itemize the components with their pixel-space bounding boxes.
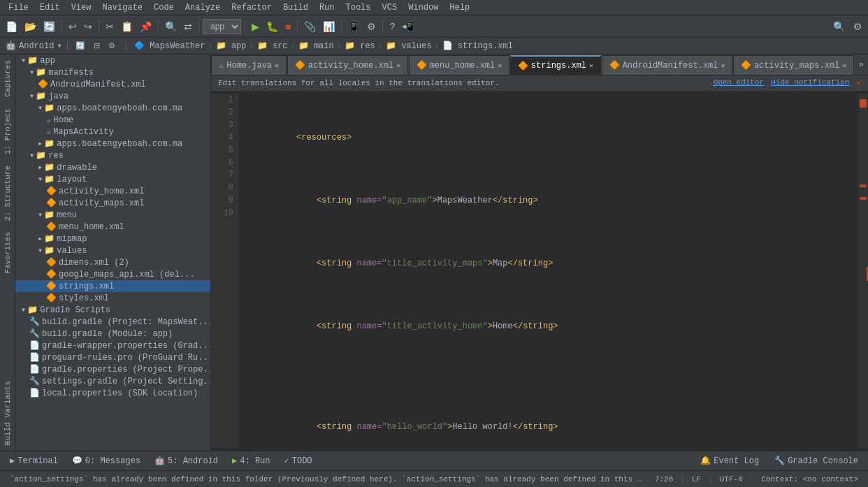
menu-navigate[interactable]: Navigate (96, 1, 148, 14)
breadcrumb-collapse[interactable]: ⊟ (91, 40, 103, 52)
bottom-tab-messages[interactable]: 💬 0: Messages (65, 452, 147, 470)
tree-item-local-properties[interactable]: 📄 local.properties (SDK Location) (15, 387, 210, 399)
tab-close-menu-home[interactable]: ✕ (498, 61, 502, 70)
breadcrumb-dropdown[interactable]: ▾ (57, 41, 62, 51)
open-editor-link[interactable]: Open editor (714, 78, 765, 87)
menu-analyze[interactable]: Analyze (180, 1, 226, 14)
paste-button[interactable]: 📌 (137, 20, 154, 34)
redo-button[interactable]: ↪ (81, 20, 95, 34)
breadcrumb-src[interactable]: 📁 src (257, 41, 288, 51)
tree-item-java[interactable]: ▾ 📁 java (15, 90, 210, 102)
tree-item-gradle-wrapper[interactable]: 📄 gradle-wrapper.properties (Grad... (15, 340, 210, 351)
left-tab-project[interactable]: 1: Project (1, 103, 14, 160)
undo-button[interactable]: ↩ (66, 20, 80, 34)
stop-button[interactable]: ■ (282, 20, 294, 34)
tree-item-build-gradle-module[interactable]: 🔧 build.gradle (Module: app) (15, 328, 210, 340)
menu-tools[interactable]: Tools (340, 1, 377, 14)
breadcrumb-maps-weather[interactable]: 🔷 MapsWeather (134, 41, 205, 51)
tree-item-build-gradle-project[interactable]: 🔧 build.gradle (Project: MapsWeat... (15, 316, 210, 328)
code-editor[interactable]: <resources> <string name="app_name">Maps… (239, 94, 858, 448)
breadcrumb-main[interactable]: 📁 main (298, 41, 334, 51)
device-button[interactable]: 📲 (399, 20, 417, 34)
tree-item-google-maps-xml[interactable]: 🔶 google_maps_api.xml (del... (15, 268, 210, 280)
menu-view[interactable]: View (66, 1, 97, 14)
settings-button[interactable]: ⚙ (851, 20, 865, 34)
bottom-tab-run[interactable]: ▶ 4: Run (225, 452, 277, 470)
tab-close-activity-maps[interactable]: ✕ (842, 61, 846, 70)
menu-code[interactable]: Code (148, 1, 180, 14)
tree-item-mipmap[interactable]: ▸ 📁 mipmap (15, 233, 210, 245)
tree-item-layout[interactable]: ▾ 📁 layout (15, 173, 210, 185)
cut-button[interactable]: ✂ (103, 20, 117, 34)
tab-activity-maps-xml[interactable]: 🔶 activity_maps.xml ✕ (733, 55, 854, 75)
breadcrumb-settings[interactable]: ⚙ (106, 40, 118, 52)
run-button[interactable]: ▶ (249, 20, 262, 34)
sdk-button[interactable]: ⚙ (364, 20, 379, 34)
status-line-col[interactable]: 7:26 (651, 475, 677, 484)
tab-strings-xml[interactable]: 🔶 strings.xml ✕ (510, 55, 601, 75)
tree-item-androidmanifest[interactable]: 🔶 AndroidManifest.xml (15, 78, 210, 90)
tree-item-mapsactivity[interactable]: ☕ MapsActivity (15, 126, 210, 138)
open-button[interactable]: 📂 (22, 20, 39, 34)
bottom-tab-event-log[interactable]: 🔔 Event Log (693, 452, 766, 470)
tree-item-strings-xml[interactable]: 🔶 strings.xml (15, 280, 210, 292)
menu-help[interactable]: Help (444, 1, 475, 14)
tab-close-strings[interactable]: ✕ (589, 61, 593, 70)
breadcrumb-strings[interactable]: 📄 strings.xml (442, 41, 513, 51)
breadcrumb-sync[interactable]: 🔄 (73, 40, 88, 52)
tree-item-app[interactable]: ▾ 📁 app (15, 54, 210, 66)
tree-item-pkg1[interactable]: ▾ 📁 apps.boatengyeboah.com.ma (15, 102, 210, 114)
bottom-tab-android[interactable]: 🤖 5: Android (147, 452, 225, 470)
find-button[interactable]: 🔍 (162, 20, 180, 34)
menu-vcs[interactable]: VCS (377, 1, 403, 14)
tab-close-home-java[interactable]: ✕ (275, 61, 279, 70)
tree-item-activity-maps-xml[interactable]: 🔶 activity_maps.xml (15, 197, 210, 209)
tree-item-pkg2[interactable]: ▸ 📁 apps.boatengyeboah.com.ma (15, 138, 210, 150)
left-tab-favorites[interactable]: Favorites (1, 226, 14, 279)
bottom-tab-terminal[interactable]: ▶ Terminal (3, 452, 65, 470)
tab-more-button[interactable]: » (855, 55, 868, 75)
new-file-button[interactable]: 📄 (3, 20, 20, 34)
tab-androidmanifest[interactable]: 🔶 AndroidManifest.xml ✕ (602, 55, 732, 75)
attach-button[interactable]: 📎 (301, 20, 319, 34)
profile-button[interactable]: 📊 (320, 20, 338, 34)
breadcrumb-res[interactable]: 📁 res (345, 41, 375, 51)
tree-item-manifests[interactable]: ▾ 📁 manifests (15, 66, 210, 78)
tree-item-activity-home-xml[interactable]: 🔶 activity_home.xml (15, 185, 210, 197)
tree-item-home[interactable]: ☕ Home (15, 114, 210, 126)
left-tab-captures[interactable]: Captures (1, 54, 14, 103)
tree-item-res[interactable]: ▾ 📁 res (15, 150, 210, 161)
menu-run[interactable]: Run (314, 1, 340, 14)
tree-item-styles-xml[interactable]: 🔶 styles.xml (15, 292, 210, 304)
menu-window[interactable]: Window (403, 1, 444, 14)
left-tab-build-variants[interactable]: Build Variants (1, 375, 14, 451)
breadcrumb-app[interactable]: 📁 app (216, 41, 247, 51)
tree-item-proguard[interactable]: 📄 proguard-rules.pro (ProGuard Ru... (15, 351, 210, 363)
tab-close-androidmanifest[interactable]: ✕ (721, 61, 725, 70)
bottom-tab-todo[interactable]: ✓ TODO (277, 452, 319, 470)
status-line-sep[interactable]: LF (688, 475, 705, 484)
tab-activity-home-xml[interactable]: 🔶 activity_home.xml ✕ (287, 55, 408, 75)
tree-item-values[interactable]: ▾ 📁 values (15, 245, 210, 256)
tree-item-gradle-scripts[interactable]: ▾ 📁 Gradle Scripts (15, 304, 210, 316)
breadcrumb-android[interactable]: Android (19, 41, 54, 51)
tab-close-activity-home[interactable]: ✕ (396, 61, 400, 70)
tree-item-settings-gradle[interactable]: 🔧 settings.gradle (Project Setting... (15, 375, 210, 387)
tree-item-drawable[interactable]: ▸ 📁 drawable (15, 161, 210, 173)
replace-button[interactable]: ⇄ (181, 20, 195, 34)
search-everywhere-button[interactable]: 🔍 (830, 20, 848, 34)
tree-item-gradle-properties[interactable]: 📄 gradle.properties (Project Prope... (15, 363, 210, 375)
menu-file[interactable]: File (3, 1, 34, 14)
tree-item-menu[interactable]: ▾ 📁 menu (15, 209, 210, 221)
bottom-tab-gradle-console[interactable]: 🔧 Gradle Console (767, 452, 865, 470)
tree-item-dimens-xml[interactable]: 🔶 dimens.xml (2) (15, 256, 210, 268)
copy-button[interactable]: 📋 (118, 20, 136, 34)
tree-item-menu-home-xml[interactable]: 🔶 menu_home.xml (15, 221, 210, 233)
tab-home-java[interactable]: ☕ Home.java ✕ (211, 55, 287, 75)
menu-build[interactable]: Build (277, 1, 314, 14)
menu-edit[interactable]: Edit (34, 1, 66, 14)
error-close-icon[interactable]: ✕ (856, 78, 861, 87)
help-button[interactable]: ? (386, 20, 398, 34)
hide-notification-link[interactable]: Hide notification (771, 78, 849, 87)
module-selector[interactable]: app (203, 19, 241, 34)
